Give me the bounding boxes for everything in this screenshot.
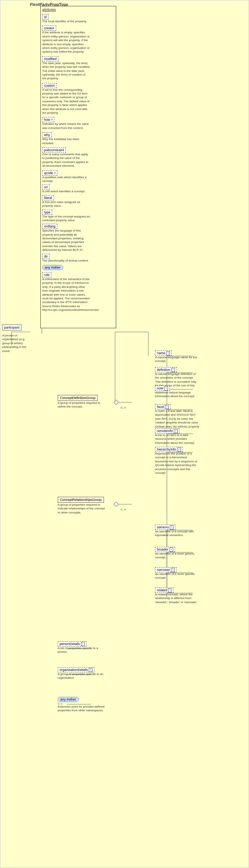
node-related: related ↑ A related concept, where the r… xyxy=(155,588,199,604)
literal-desc: A free-text value assigned as property v… xyxy=(42,200,90,208)
node-id: id The local identifier of the property. xyxy=(42,14,114,23)
facet-box: facet ↑ xyxy=(155,404,171,409)
node-custom: custom If set to true the corresponding … xyxy=(42,83,114,115)
any-other2-box: any #other xyxy=(58,697,79,702)
name-box: name ↑ xyxy=(155,350,172,356)
node-uri: uri A URI which identifies a concept. xyxy=(42,184,114,193)
how-desc: Indicates by which means the value was e… xyxy=(42,122,90,130)
diagram-container: FlextPartyPropType attributes id The loc… xyxy=(0,0,249,868)
node-qcode: qcode ? A qualified code which identifie… xyxy=(42,170,114,183)
concept-relationships-group-box: ConceptRelationshipsGroup xyxy=(58,497,104,503)
node-literal: literal A free-text value assigned as pr… xyxy=(42,195,114,208)
node-pubconstraint: pubconstraint One or many constraints th… xyxy=(42,147,114,168)
definition-box: definition ↑ xyxy=(155,367,177,372)
hierarchyinfo-box: hierarchyInfo ↑ xyxy=(155,447,183,452)
type-desc: The type of the concept assigned as cont… xyxy=(42,215,90,223)
node-how: how ? Indicates by which means the value… xyxy=(42,117,114,130)
custom-box: custom xyxy=(42,83,57,88)
modified-box: modified xyxy=(42,56,58,61)
node-role: role A refinement of the semantics of th… xyxy=(42,272,114,312)
how-box: how ? xyxy=(42,117,54,122)
node-narrower: narrower ↑ An identifier of a more speci… xyxy=(155,567,199,580)
related-desc: A related concept, where the relationshi… xyxy=(155,593,199,604)
node-hierarchyinfo: hierarchyInfo ↑ Represents the position … xyxy=(155,447,199,475)
related-box: related ↑ xyxy=(155,588,174,593)
node-organisationdetails: organisationDetails ↑ A group of propert… xyxy=(58,667,106,680)
role-box: role xyxy=(42,272,51,277)
pubconstraint-desc: One or many constraints that apply to pu… xyxy=(42,153,90,168)
node-creator: creator If the attribute is empty, speci… xyxy=(42,26,114,54)
node-any-other2: any #other 0..∞ Extension point for prov… xyxy=(58,697,106,713)
node-sameas: sameAs ↑ An identifier of a concept with… xyxy=(155,525,199,538)
node-modified: modified The date (and, optionally, the … xyxy=(42,56,114,81)
connector-lines xyxy=(0,0,249,868)
node-name: name ↑ A natural language name for the c… xyxy=(155,350,199,363)
persondetails-desc: A set of properties specific to a person… xyxy=(58,646,106,654)
narrower-box: narrower ↑ xyxy=(155,567,176,572)
creator-desc: If the attribute is empty, specifies whi… xyxy=(42,31,90,54)
any-other-box: any #other xyxy=(42,265,63,270)
sameas-desc: An identifier of a concept with equivale… xyxy=(155,530,199,538)
note-desc: Additional natural language information … xyxy=(155,391,199,399)
uri-desc: A URI which identifies a concept. xyxy=(42,190,90,193)
creator-box: creator xyxy=(42,26,56,31)
name-desc: A natural language name for the concept. xyxy=(155,356,199,363)
cdg-multiplicity: 0..∞ xyxy=(121,406,126,409)
id-desc: The local identifier of the property. xyxy=(42,20,90,23)
custom-desc: If set to true the corresponding propert… xyxy=(42,88,90,115)
crg-connector-diamond xyxy=(114,502,119,507)
concept-definition-group-desc: A group of properties required to define… xyxy=(58,401,108,409)
type-box: type xyxy=(42,210,52,215)
broader-box: broader ↑ xyxy=(155,547,175,552)
sameas-box: sameAs ↑ xyxy=(155,525,175,530)
crg-multiplicity: 0..∞ xyxy=(121,508,126,511)
broader-desc: An identifier of a more generic concept. xyxy=(155,552,199,560)
qcode-desc: A qualified code which identifies a conc… xyxy=(42,176,90,183)
xmllang-desc: Specifies the language of this property … xyxy=(42,229,90,252)
node-broader: broader ↑ An identifier of a more generi… xyxy=(155,547,199,560)
node-persondetails: personDetails ↑ A set of properties spec… xyxy=(58,641,106,654)
node-any-other: any #other xyxy=(42,265,114,270)
remoteinfo-desc: A link to an item or a web resource whic… xyxy=(155,433,199,445)
xmllang-box: xmllang xyxy=(42,224,57,229)
node-remoteinfo: remoteInfo ↑ A link to an item or a web … xyxy=(155,428,199,445)
node-dir: dir The directionality of textual conten… xyxy=(42,254,114,263)
modified-desc: The date (and, optionally, the time) whe… xyxy=(42,61,90,81)
role-desc: A refinement of the semantics of the pro… xyxy=(42,277,90,312)
narrower-desc: An identifier of a more specific concept… xyxy=(155,572,199,580)
dir-desc: The directionality of textual content. xyxy=(42,259,90,263)
attributes-label: attributes xyxy=(42,8,114,11)
note-box: note ↑ xyxy=(155,386,170,391)
uri-box: uri xyxy=(42,184,50,190)
hierarchyinfo-desc: Represents the position of a concept in … xyxy=(155,452,199,475)
node-why: why Why the metadata has been included. xyxy=(42,132,114,145)
persondetails-box: personDetails ↑ xyxy=(58,641,87,646)
literal-box: literal xyxy=(42,195,54,200)
participant-desc: A person or organisation (e.g. group of … xyxy=(2,334,28,353)
attributes-group-box: attributes id The local identifier of th… xyxy=(40,6,116,328)
qcode-box: qcode ? xyxy=(42,170,57,176)
node-xmllang: xmllang Specifies the language of this p… xyxy=(42,224,114,252)
pubconstraint-box: pubconstraint xyxy=(42,147,66,153)
why-desc: Why the metadata has been included. xyxy=(42,137,90,145)
participant-box: participant xyxy=(2,325,21,330)
any-other2-desc: Extension point for provider-defined pro… xyxy=(58,705,106,713)
concept-definition-group-box: ConceptDefinitionGroup xyxy=(58,395,98,401)
remoteinfo-box: remoteInfo ↑ xyxy=(155,428,179,433)
id-box: id xyxy=(42,14,48,20)
dir-box: dir xyxy=(42,254,50,259)
organisationdetails-desc: A group of properties specific to an org… xyxy=(58,672,106,680)
concept-relationships-group-desc: A group of properties required to indica… xyxy=(58,503,108,515)
why-box: why xyxy=(42,132,52,137)
cdg-connector-diamond xyxy=(114,400,119,405)
organisationdetails-box: organisationDetails ↑ xyxy=(58,667,94,672)
node-type: type The type of the concept assigned as… xyxy=(42,210,114,223)
node-note: note ↑ Additional natural language infor… xyxy=(155,386,199,399)
